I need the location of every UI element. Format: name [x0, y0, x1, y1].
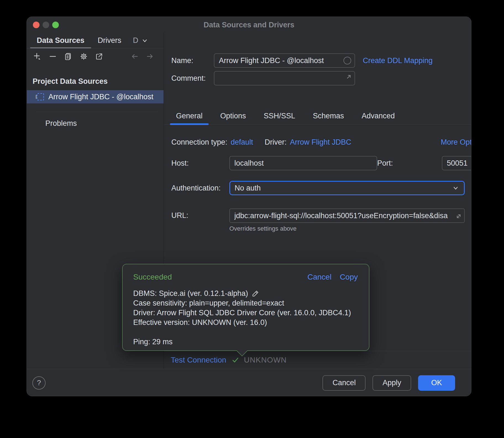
- remove-icon[interactable]: [48, 52, 57, 61]
- more-options-link[interactable]: More Options: [441, 138, 471, 147]
- chevron-down-icon: [452, 184, 460, 192]
- test-connection-link[interactable]: Test Connection: [171, 356, 226, 364]
- close-window-button[interactable]: [33, 22, 40, 28]
- tab-general[interactable]: General: [170, 108, 209, 124]
- sidebar-item-problems[interactable]: Problems: [27, 119, 164, 128]
- connection-type-label: Connection type:: [171, 138, 227, 147]
- expand-url-icon[interactable]: [454, 212, 463, 221]
- host-label: Host:: [171, 159, 229, 168]
- authentication-label: Authentication:: [171, 184, 229, 192]
- forward-icon[interactable]: [145, 52, 154, 61]
- cancel-button[interactable]: Cancel: [322, 375, 366, 391]
- help-button[interactable]: ?: [32, 376, 46, 390]
- popup-cancel-link[interactable]: Cancel: [307, 273, 331, 281]
- apply-button[interactable]: Apply: [372, 375, 411, 391]
- tab-data-sources[interactable]: Data Sources: [30, 33, 91, 48]
- gear-icon[interactable]: [79, 52, 88, 61]
- host-input[interactable]: localhost: [229, 156, 377, 170]
- popup-copy-link[interactable]: Copy: [340, 273, 358, 281]
- port-input[interactable]: 50051: [442, 156, 471, 170]
- name-input[interactable]: Arrow Flight JDBC - @localhost: [214, 53, 355, 68]
- tab-options[interactable]: Options: [214, 108, 252, 124]
- popup-case-line: Case sensitivity: plain=upper, delimited…: [133, 298, 284, 308]
- expand-comment-icon[interactable]: [344, 73, 352, 82]
- sidebar-divider: [36, 112, 158, 112]
- project-data-sources-header: Project Data Sources: [27, 77, 164, 86]
- popup-ping-line: Ping: 29 ms: [133, 337, 358, 347]
- open-in-new-icon[interactable]: [95, 52, 104, 61]
- window-title: Data Sources and Drivers: [27, 21, 471, 29]
- settings-tabs: General Options SSH/SSL Schemas Advanced: [164, 108, 471, 125]
- ok-button[interactable]: OK: [418, 375, 455, 391]
- pencil-icon[interactable]: [251, 289, 260, 298]
- url-hint: Overrides settings above: [229, 225, 465, 232]
- minimize-window-button[interactable]: [43, 22, 49, 28]
- comment-label: Comment:: [171, 74, 214, 83]
- datasource-label: Arrow Flight JDBC - @localhost: [48, 93, 153, 101]
- tab-overflow[interactable]: D: [128, 33, 151, 48]
- driver-value-link[interactable]: Arrow Flight JDBC: [290, 138, 351, 147]
- popup-driver-line: Driver: Arrow Flight SQL JDBC Driver Cor…: [133, 308, 351, 318]
- test-connection-result-popup: Succeeded Cancel Copy DBMS: Spice.ai (ve…: [122, 264, 369, 351]
- connection-type-value-link[interactable]: default: [231, 138, 253, 147]
- back-icon[interactable]: [130, 52, 139, 61]
- tab-advanced[interactable]: Advanced: [356, 108, 401, 124]
- datasource-icon: [37, 93, 44, 100]
- titlebar: Data Sources and Drivers: [27, 17, 471, 33]
- popup-version-line: Effective version: UNKNOWN (ver. 16.0): [133, 318, 267, 327]
- add-icon[interactable]: [33, 52, 42, 61]
- name-label: Name:: [171, 56, 214, 65]
- name-progress-icon: [343, 57, 351, 64]
- test-status-text: UNKNOWN: [244, 356, 287, 364]
- data-sources-dialog: Data Sources and Drivers Data Sources Dr…: [27, 17, 471, 396]
- comment-input[interactable]: [214, 71, 355, 85]
- driver-label: Driver:: [265, 138, 287, 147]
- zoom-window-button[interactable]: [52, 22, 59, 28]
- popup-status: Succeeded: [133, 273, 172, 281]
- popup-dbms-line: DBMS: Spice.ai (ver. 0.12.1-alpha): [133, 289, 248, 298]
- success-check-icon: [231, 355, 240, 365]
- tab-drivers[interactable]: Drivers: [91, 33, 128, 48]
- tab-ssh-ssl[interactable]: SSH/SSL: [258, 108, 301, 124]
- url-input[interactable]: jdbc:arrow-flight-sql://localhost:50051?…: [229, 208, 465, 223]
- chevron-down-icon: [141, 37, 148, 44]
- sidebar-tabs: Data Sources Drivers D: [27, 33, 164, 48]
- dialog-footer: ? Cancel Apply OK: [27, 369, 471, 396]
- sidebar-toolbar: [27, 48, 164, 64]
- duplicate-icon[interactable]: [64, 52, 73, 61]
- tab-schemas[interactable]: Schemas: [307, 108, 350, 124]
- authentication-select[interactable]: No auth: [229, 181, 465, 195]
- url-label: URL:: [171, 211, 229, 220]
- sidebar-item-arrow-flight-jdbc[interactable]: Arrow Flight JDBC - @localhost: [27, 90, 164, 103]
- port-label: Port:: [377, 159, 435, 168]
- test-connection-bar: Test Connection UNKNOWN: [164, 351, 471, 369]
- create-ddl-mapping-link[interactable]: Create DDL Mapping: [363, 56, 433, 65]
